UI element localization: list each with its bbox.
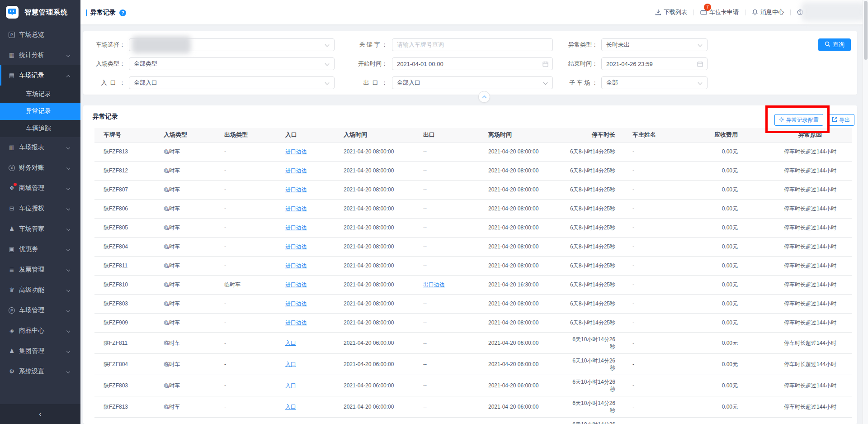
cell-0: 陕FZF811 xyxy=(94,332,156,353)
cell-3: 进口边边 xyxy=(278,142,336,161)
cell-11: 停车时长超过144小时 xyxy=(768,313,852,332)
cell-6: 2021-04-20 06:00:00 xyxy=(481,417,564,424)
sidebar-item-parking-records[interactable]: ▤车场记录 xyxy=(0,65,80,86)
cell-3: 入口 xyxy=(278,396,336,417)
cell-7: 6天10小时14分26秒 xyxy=(564,396,625,417)
exit-link[interactable]: 出口边边 xyxy=(423,281,445,288)
download-list-link[interactable]: 下载列表 xyxy=(655,8,687,16)
page-help-icon[interactable] xyxy=(119,10,126,16)
sidebar-item-parking-overview[interactable]: P车场总览 xyxy=(0,24,80,45)
entrance-link[interactable]: 入口 xyxy=(285,382,296,389)
cell-8: - xyxy=(625,313,684,332)
start-time-input[interactable]: 2021-04-01 00:00 xyxy=(392,57,553,70)
collapse-icon: ‹ xyxy=(39,410,41,418)
cell-8: - xyxy=(625,161,684,180)
entry-type-select[interactable]: 全部类型 xyxy=(129,57,335,70)
cell-11: 停车时长超过144小时 xyxy=(768,353,852,375)
search-button[interactable]: 查询 xyxy=(818,38,851,51)
sidebar-item-group-management[interactable]: ♟集团管理 xyxy=(0,341,80,361)
entrance-link[interactable]: 入口 xyxy=(285,340,296,346)
field-sub-park: 子 车 场 ： 全部 xyxy=(560,76,708,89)
sidebar-item-parking-management[interactable]: P车场管理 xyxy=(0,300,80,320)
entrance-link[interactable]: 进口边边 xyxy=(285,281,307,288)
cell-0: 陕FZF812 xyxy=(94,161,156,180)
entrance-link[interactable]: 入口 xyxy=(285,404,296,410)
entrance-select[interactable]: 全部入口 xyxy=(129,76,335,89)
cell-7: 6天8小时14分25秒 xyxy=(564,199,625,218)
sidebar-item-goods-center[interactable]: ◈商品中心 xyxy=(0,320,80,341)
abnormal-record-config-button[interactable]: 异常记录配置 xyxy=(774,114,823,126)
entrance-link[interactable]: 进口边边 xyxy=(285,167,307,174)
cell-5: -- xyxy=(416,396,481,417)
column-header-10 xyxy=(748,128,768,142)
sidebar-item-advanced-features[interactable]: ♛高级功能 xyxy=(0,280,80,300)
sidebar-item-coupons[interactable]: ▣优惠券 xyxy=(0,239,80,259)
entrance-link[interactable]: 进口边边 xyxy=(285,319,307,326)
sidebar-item-parking-steward[interactable]: ♟车场管家 xyxy=(0,219,80,239)
cell-9: 0.00元 xyxy=(684,237,748,256)
export-button[interactable]: 导出 xyxy=(827,114,854,126)
entrance-link[interactable]: 进口边边 xyxy=(285,262,307,269)
cell-7: 6天10小时14分26秒 xyxy=(564,353,625,375)
sidebar-item-finance-reconciliation[interactable]: ¥财务对账 xyxy=(0,157,80,178)
sidebar-item-label: 发票管理 xyxy=(19,266,44,274)
cell-8: - xyxy=(625,199,684,218)
chevron-down-icon xyxy=(66,53,70,57)
park-select[interactable] xyxy=(129,38,335,51)
table-row: 陕FZF811临时车-入口2021-04-20 06:00:00--2021-0… xyxy=(94,332,852,353)
sub-park-select[interactable]: 全部 xyxy=(601,76,708,89)
entrance-link[interactable]: 进口边边 xyxy=(285,224,307,231)
sidebar-item-parking-space-auth[interactable]: ⊟车位授权 xyxy=(0,198,80,219)
scrollbar-thumb[interactable] xyxy=(864,1,868,60)
cell-4: 2021-04-20 08:00:00 xyxy=(336,199,416,218)
cell-9: 0.00元 xyxy=(684,353,748,375)
sidebar-item-invoice-management[interactable]: ≣发票管理 xyxy=(0,259,80,280)
chevron-down-icon xyxy=(66,329,70,333)
chevron-down-icon xyxy=(698,81,703,85)
sidebar-item-stats-analysis[interactable]: ▦统计分析 xyxy=(0,45,80,65)
sidebar-collapse-button[interactable]: ‹ xyxy=(0,404,80,424)
sidebar-item-abnormal-records[interactable]: 异常记录 xyxy=(0,103,80,120)
cell-7: 6天8小时14分25秒 xyxy=(564,237,625,256)
parking-card-apply-link[interactable]: 7 车位卡申请 xyxy=(700,8,739,16)
table-row: 陕FZF813临时车-进口边边2021-04-20 08:00:00--2021… xyxy=(94,142,852,161)
sidebar-group-parking-records: ▤车场记录车场记录异常记录车辆追踪 xyxy=(0,65,80,137)
sidebar-item-parking-records-sub[interactable]: 车场记录 xyxy=(0,86,80,103)
exit-select[interactable]: 全部入口 xyxy=(392,76,553,89)
chevron-down-icon xyxy=(325,62,330,66)
cell-5: -- xyxy=(416,256,481,275)
chevron-down-icon xyxy=(66,309,70,312)
keyword-input[interactable]: 请输入车牌号查询 xyxy=(392,38,553,51)
entrance-link[interactable]: 进口边边 xyxy=(285,300,307,307)
user-account-redacted[interactable] xyxy=(801,2,865,22)
entrance-link[interactable]: 进口边边 xyxy=(285,148,307,155)
chevron-down-icon xyxy=(66,146,70,149)
cell-9: 0.00元 xyxy=(684,294,748,313)
column-header-0: 车牌号 xyxy=(94,128,156,142)
table-row: 陕FZF807临时车-进口边边2021-04-20 08:00:00--2021… xyxy=(94,180,852,199)
cell-3: 进口边边 xyxy=(278,180,336,199)
cell-11: 停车时长超过144小时 xyxy=(768,218,852,237)
chevron-down-icon xyxy=(66,248,70,251)
cell-3: 进口边边 xyxy=(278,237,336,256)
abnormal-records-table: 车牌号入场类型出场类型入口入场时间出口离场时间停车时长车主姓名应收费用异常原因 … xyxy=(94,128,852,424)
sidebar-item-label: 商品中心 xyxy=(19,327,44,335)
cell-6: 2021-04-20 08:00:00 xyxy=(481,256,564,275)
sidebar-item-parking-reports[interactable]: ▥车场报表 xyxy=(0,137,80,157)
parking-p-icon: P xyxy=(9,32,15,38)
filter-collapse-button[interactable] xyxy=(478,91,490,103)
sidebar-item-vehicle-tracking[interactable]: 车辆追踪 xyxy=(0,120,80,137)
sidebar-item-system-settings[interactable]: ⚙系统设置 xyxy=(0,361,80,381)
cell-2: - xyxy=(217,161,278,180)
entrance-link[interactable]: 进口边边 xyxy=(285,186,307,193)
abnormal-type-select[interactable]: 长时未出 xyxy=(601,38,708,51)
entrance-link[interactable]: 进口边边 xyxy=(285,243,307,250)
page-scrollbar[interactable] xyxy=(863,0,868,424)
sidebar-item-mall-management[interactable]: ❖商城管理 xyxy=(0,178,80,198)
entrance-link[interactable]: 进口边边 xyxy=(285,205,307,212)
cell-3: 入口 xyxy=(278,375,336,396)
entrance-link[interactable]: 入口 xyxy=(285,361,296,367)
message-center-link[interactable]: 消息中心 xyxy=(752,8,784,16)
end-time-input[interactable]: 2021-04-26 23:59 xyxy=(601,57,708,70)
column-header-9: 应收费用 xyxy=(684,128,748,142)
